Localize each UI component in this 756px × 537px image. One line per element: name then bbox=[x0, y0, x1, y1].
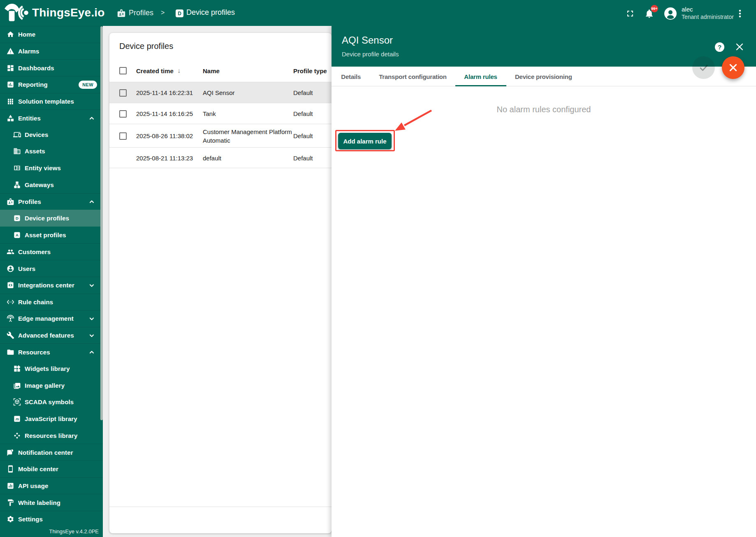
sidebar-item-label: Device profiles bbox=[25, 215, 69, 222]
sidebar-item-image-gallery[interactable]: Image gallery bbox=[0, 377, 103, 394]
column-header-created-time[interactable]: Created time ↓ bbox=[136, 60, 181, 82]
svg-text:A: A bbox=[16, 233, 19, 237]
sidebar-item-label: API usage bbox=[18, 482, 48, 489]
sidebar-item-label: Advanced features bbox=[18, 332, 74, 339]
sidebar-item-dashboards[interactable]: Dashboards bbox=[0, 59, 103, 76]
mobile-icon bbox=[6, 465, 14, 473]
sidebar-item-solution-templates[interactable]: Solution templates bbox=[0, 93, 103, 110]
avatar[interactable] bbox=[664, 7, 677, 20]
sidebar-item-label: Rule chains bbox=[18, 299, 53, 306]
sidebar-item-label: Home bbox=[18, 31, 35, 38]
table-title: Device profiles bbox=[119, 33, 173, 60]
cell-created-time: 2025-08-26 11:38:02 bbox=[136, 132, 193, 140]
sidebar-item-notification-center[interactable]: Notification center bbox=[0, 444, 103, 461]
table-row[interactable]: 2025-11-14 16:16:25TankDefault bbox=[109, 103, 332, 124]
cell-created-time: 2025-11-14 16:22:31 bbox=[136, 88, 193, 97]
sort-descending-icon: ↓ bbox=[177, 67, 181, 74]
close-icon[interactable] bbox=[735, 43, 744, 51]
sidebar-item-asset-profiles[interactable]: AAsset profiles bbox=[0, 227, 103, 243]
annotation-arrow bbox=[389, 104, 443, 137]
tab-details[interactable]: Details bbox=[332, 67, 371, 86]
help-icon[interactable]: ? bbox=[715, 42, 724, 52]
sidebar-item-label: Image gallery bbox=[25, 382, 65, 389]
device-profiles-icon: D bbox=[13, 214, 21, 222]
cell-name: Tank bbox=[203, 109, 216, 118]
sidebar-item-edge-management[interactable]: Edge management bbox=[0, 310, 103, 327]
sidebar-item-assets[interactable]: Assets bbox=[0, 143, 103, 160]
sidebar-item-devices[interactable]: Devices bbox=[0, 126, 103, 143]
scada-icon bbox=[13, 398, 21, 406]
cell-created-time: 2025-08-21 11:13:23 bbox=[136, 154, 193, 162]
home-icon bbox=[6, 30, 14, 39]
sidebar-item-white-labeling[interactable]: White labeling bbox=[0, 494, 103, 511]
resources-icon bbox=[6, 348, 14, 356]
user-name[interactable]: alec bbox=[682, 5, 734, 13]
sidebar-item-javascript-library[interactable]: JSJavaScript library bbox=[0, 410, 103, 427]
sidebar-item-alarms[interactable]: Alarms bbox=[0, 43, 103, 60]
settings-icon bbox=[6, 515, 14, 523]
table-row[interactable]: 2025-11-14 16:22:31AQI SensorDefault bbox=[109, 82, 332, 103]
profiles-breadcrumb-icon bbox=[117, 9, 126, 18]
sidebar-item-label: Assets bbox=[25, 148, 45, 155]
chevron-down-icon bbox=[89, 333, 94, 338]
chevron-down-icon bbox=[89, 283, 94, 288]
chevron-up-icon bbox=[89, 199, 94, 204]
notification-icon bbox=[6, 448, 14, 456]
tab-device-provisioning[interactable]: Device provisioning bbox=[506, 67, 581, 86]
row-checkbox[interactable] bbox=[119, 132, 127, 140]
rule-chains-icon bbox=[6, 298, 14, 306]
sidebar-item-label: SCADA symbols bbox=[25, 398, 74, 405]
tab-transport-configuration[interactable]: Transport configuration bbox=[371, 67, 455, 86]
sidebar-item-entities[interactable]: Entities bbox=[0, 109, 103, 126]
table-row[interactable]: 2025-08-26 11:38:02Customer Management P… bbox=[109, 124, 332, 147]
check-icon bbox=[699, 63, 709, 73]
image-gallery-icon bbox=[13, 381, 21, 389]
column-header-profile-type[interactable]: Profile type bbox=[293, 60, 327, 82]
sidebar-item-scada-symbols[interactable]: SCADA symbols bbox=[0, 393, 103, 410]
sidebar-item-label: Customers bbox=[18, 248, 51, 255]
sidebar-item-advanced-features[interactable]: Advanced features bbox=[0, 327, 103, 344]
new-badge: NEW bbox=[79, 81, 97, 89]
sidebar-item-home[interactable]: Home bbox=[0, 26, 103, 43]
select-all-checkbox[interactable] bbox=[119, 67, 127, 74]
sidebar-item-customers[interactable]: Customers bbox=[0, 243, 103, 260]
sidebar-scrollbar-thumb[interactable] bbox=[100, 26, 103, 420]
chevron-up-icon bbox=[89, 350, 94, 354]
tab-alarm-rules[interactable]: Alarm rules bbox=[455, 67, 506, 86]
discard-changes-fab[interactable] bbox=[722, 56, 744, 79]
sidebar-item-resources-library[interactable]: Resources library bbox=[0, 427, 103, 444]
table-row[interactable]: 2025-08-21 11:13:23defaultDefault bbox=[109, 147, 332, 168]
assets-icon bbox=[13, 147, 21, 155]
sidebar-item-device-profiles[interactable]: DDevice profiles bbox=[0, 210, 103, 227]
column-header-name[interactable]: Name bbox=[203, 60, 220, 82]
sidebar-item-label: Resources bbox=[18, 349, 50, 356]
row-checkbox[interactable] bbox=[119, 89, 127, 97]
sidebar-item-gateways[interactable]: Gateways bbox=[0, 176, 103, 193]
sidebar-item-mobile-center[interactable]: Mobile center bbox=[0, 461, 103, 477]
device-profiles-table-card: Device profiles Created time ↓ Name Prof… bbox=[109, 33, 332, 533]
device-profile-breadcrumb-icon: D bbox=[176, 9, 183, 17]
more-menu-icon[interactable] bbox=[736, 9, 744, 19]
sidebar-item-resources[interactable]: Resources bbox=[0, 343, 103, 360]
sidebar-item-reporting[interactable]: ReportingNEW bbox=[0, 76, 103, 93]
sidebar-item-label: Users bbox=[18, 265, 35, 272]
row-checkbox[interactable] bbox=[119, 110, 127, 118]
sidebar-item-integrations-center[interactable]: Integrations center bbox=[0, 277, 103, 294]
sidebar-item-profiles[interactable]: Profiles bbox=[0, 193, 103, 210]
breadcrumb-profiles[interactable]: Profiles bbox=[129, 9, 153, 17]
apply-changes-fab[interactable] bbox=[692, 56, 715, 79]
dashboards-icon bbox=[6, 64, 14, 72]
sidebar-item-api-usage[interactable]: API usage bbox=[0, 477, 103, 494]
cell-profile-type: Default bbox=[293, 88, 313, 97]
annotation-highlight-rectangle bbox=[335, 130, 395, 151]
sidebar-item-widgets-library[interactable]: Widgets library bbox=[0, 360, 103, 377]
sidebar-item-entity-views[interactable]: Entity views bbox=[0, 160, 103, 176]
fullscreen-icon[interactable] bbox=[625, 9, 635, 19]
sidebar-item-settings[interactable]: Settings bbox=[0, 511, 103, 528]
sidebar-item-rule-chains[interactable]: Rule chains bbox=[0, 294, 103, 310]
sidebar-item-users[interactable]: Users bbox=[0, 260, 103, 277]
js-library-icon: JS bbox=[13, 414, 21, 423]
cell-name: AQI Sensor bbox=[203, 88, 235, 97]
chevron-up-icon bbox=[89, 116, 94, 120]
sidebar-item-label: Entity views bbox=[25, 164, 61, 171]
